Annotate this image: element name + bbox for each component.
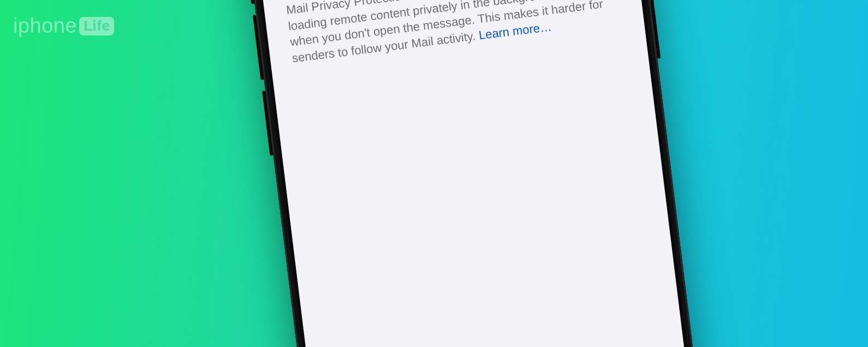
phone-screen: 9:07 xyxy=(244,0,712,347)
watermark-logo: iPhone Life xyxy=(13,14,114,38)
phone-mockup: 9:07 xyxy=(234,0,722,347)
watermark-text-iphone: iPhone xyxy=(13,14,77,38)
phone-power-button xyxy=(646,0,661,59)
phone-frame: 9:07 xyxy=(234,0,722,347)
settings-content: Protect Mail Activity Mail Privacy Prote… xyxy=(257,0,645,69)
description-text: Mail Privacy Protection works by hiding … xyxy=(286,0,604,65)
phone-side-button xyxy=(247,0,254,4)
watermark-badge-life: Life xyxy=(79,17,114,35)
hero-image: iPhone Life 9:07 xyxy=(0,0,868,347)
setting-description: Mail Privacy Protection works by hiding … xyxy=(271,0,635,68)
phone-volume-down xyxy=(262,91,274,156)
phone-volume-up xyxy=(253,15,264,80)
